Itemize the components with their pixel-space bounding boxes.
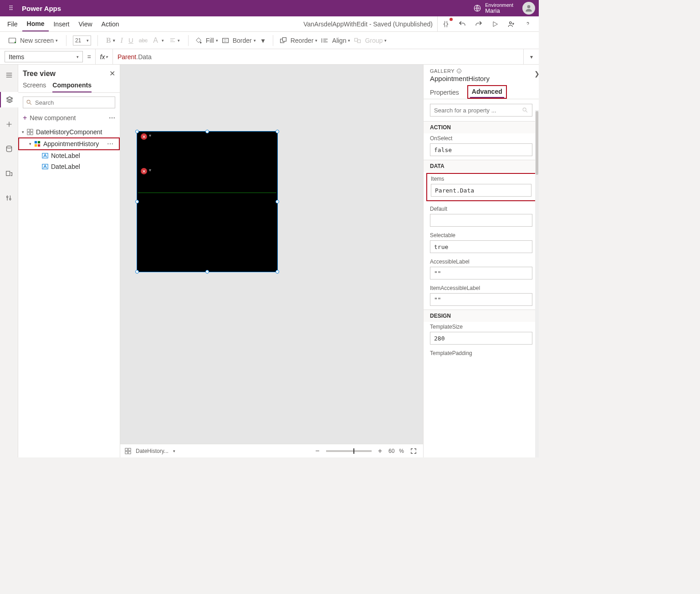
item-more-button[interactable]: ⋯ [107,140,115,147]
resize-handle-nw[interactable] [135,130,139,133]
undo-button[interactable] [454,16,470,32]
selectable-input[interactable]: true [430,240,532,253]
italic-button[interactable]: I [119,36,125,46]
collapse-icon[interactable]: ▾ [29,142,31,146]
settings-button[interactable] [0,190,18,206]
menu-file[interactable]: File [3,16,22,31]
svg-rect-17 [31,132,33,135]
zoom-out-button[interactable]: − [313,447,321,455]
new-component-button[interactable]: + New component [23,114,76,122]
zoom-in-button[interactable]: + [376,447,384,455]
resize-handle-se[interactable] [276,270,279,274]
resize-handle-w[interactable] [135,200,139,203]
menu-view[interactable]: View [74,16,97,31]
share-button[interactable] [503,16,520,32]
fit-to-screen-button[interactable] [409,448,419,454]
fx-icon[interactable]: fx▾ [96,49,113,64]
zoom-value: 60 [388,448,394,454]
tree-search[interactable] [23,96,115,108]
fill-button[interactable]: Fill ▾ [204,36,220,45]
scrollbar[interactable] [535,110,539,457]
breadcrumb[interactable]: DateHistory... [136,448,169,454]
tree-item-notelabel[interactable]: NoteLabel [18,150,120,161]
chevron-down-icon[interactable]: ▾ [149,133,151,138]
tree-search-input[interactable] [35,99,112,106]
group-button[interactable]: Group ▾ [363,36,388,45]
menu-home[interactable]: Home [22,16,49,31]
error-indicator-icon[interactable]: ✕ [141,133,147,140]
zoom-slider[interactable] [326,450,372,452]
onselect-input[interactable]: false [430,143,532,156]
border-button[interactable]: Border ▾ [231,36,258,45]
tab-advanced[interactable]: Advanced [467,85,507,99]
resize-handle-n[interactable] [205,130,209,133]
tab-screens[interactable]: Screens [23,81,46,92]
tree-item-root[interactable]: ▾ DateHistoryComponent [18,127,120,137]
formula-input[interactable]: Parent.Data [113,49,523,64]
formula-expand-button[interactable]: ▾ [523,49,539,64]
collapse-icon[interactable]: ▾ [22,130,24,134]
text-align-button[interactable]: ▾ [168,37,182,44]
resize-handle-sw[interactable] [135,270,139,274]
tab-components[interactable]: Components [52,81,92,92]
svg-point-29 [523,108,526,111]
property-search[interactable] [430,104,532,117]
chevron-down-icon[interactable]: ▾ [173,449,175,453]
items-input[interactable]: Parent.Data [431,184,531,197]
play-button[interactable] [487,16,503,32]
tree-view-button[interactable] [0,92,18,107]
tab-properties[interactable]: Properties [430,86,459,99]
menu-action[interactable]: Action [97,16,124,31]
border-icon [222,37,229,44]
resize-handle-s[interactable] [205,270,209,274]
breadcrumb-icon [125,448,131,454]
hamburger-button[interactable] [0,67,18,83]
canvas[interactable]: ✕ ▾ ✕ ▾ DateHistory... ▾ − + 60 % [120,65,423,457]
more-options-button[interactable]: ⋯ [109,114,115,122]
font-color-button[interactable]: A ▾ [151,36,166,46]
property-search-input[interactable] [434,107,522,114]
environment-picker[interactable]: Environment Maria [473,2,513,14]
selectable-label: Selectable [430,232,532,239]
templatesize-input[interactable]: 280 [430,332,532,345]
insert-button[interactable] [0,117,18,132]
svg-rect-15 [31,129,33,132]
reorder-icon [280,37,287,44]
itemaccessiblelabel-input[interactable]: "" [430,293,532,306]
app-checker-icon[interactable] [438,16,454,32]
bold-button[interactable]: B ▾ [104,36,117,46]
ribbon: New screen ▾ 21▾ B ▾ I U abc A ▾ ▾ Fill … [0,32,539,49]
tree-item-appointmenthistory[interactable]: ▾ AppointmentHistory ⋯ [18,137,120,150]
align-button[interactable]: Align ▾ [330,36,352,45]
section-action: ACTION [424,121,539,133]
media-button[interactable] [0,166,18,181]
menu-insert[interactable]: Insert [49,16,74,31]
property-selector[interactable]: Items▾ [5,51,83,62]
svg-rect-19 [38,141,40,143]
default-input[interactable] [430,214,532,227]
font-size-input[interactable]: 21▾ [73,36,91,46]
reorder-button[interactable]: Reorder ▾ [289,36,320,45]
tree-item-datelabel[interactable]: DateLabel [18,161,120,172]
fill-icon [195,37,202,44]
redo-button[interactable] [470,16,487,32]
data-button[interactable] [0,141,18,157]
selected-control[interactable]: ✕ ▾ ✕ ▾ [137,131,278,272]
panel-expand-button[interactable]: ❯ [534,70,539,77]
close-panel-button[interactable]: ✕ [109,69,115,78]
resize-handle-ne[interactable] [276,130,279,133]
help-button[interactable] [520,16,536,32]
waffle-icon[interactable]: ⠿ [4,5,18,12]
format-options-button[interactable]: ▾ [260,36,266,45]
underline-button[interactable]: U [127,36,135,45]
info-icon[interactable] [456,68,462,74]
accessiblelabel-input[interactable]: "" [430,267,532,279]
chevron-down-icon[interactable]: ▾ [149,168,151,173]
strikethrough-button[interactable]: abc [137,36,149,45]
svg-rect-7 [355,38,358,41]
user-avatar[interactable] [522,2,535,15]
accessiblelabel-label: AccessibleLabel [430,259,532,265]
resize-handle-e[interactable] [276,200,279,203]
new-screen-button[interactable]: New screen ▾ [18,36,60,45]
error-indicator-icon[interactable]: ✕ [141,168,147,174]
